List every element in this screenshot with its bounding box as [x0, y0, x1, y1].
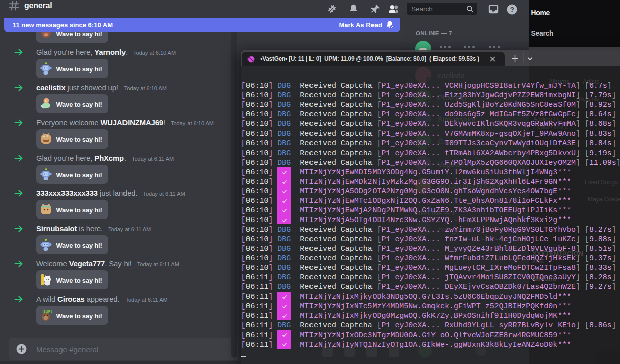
svg-text:SUP?: SUP?: [43, 310, 52, 313]
svg-text:?: ?: [510, 6, 514, 13]
